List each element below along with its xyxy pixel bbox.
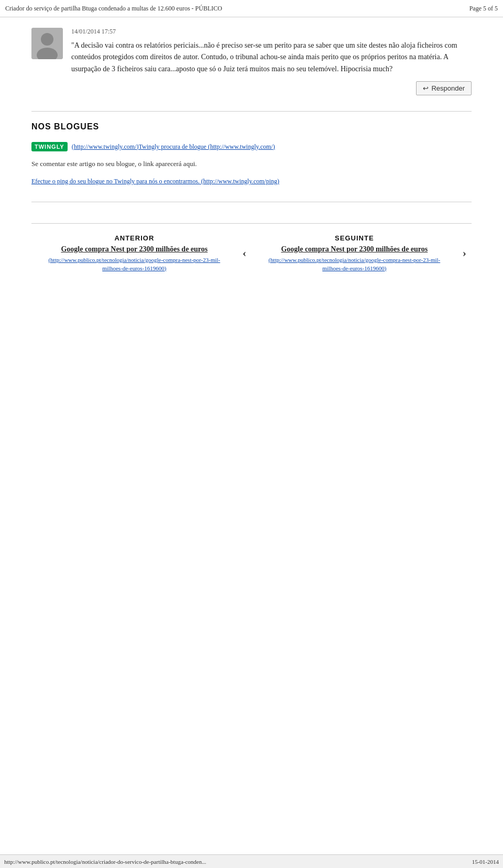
nav-divider: [31, 202, 472, 202]
next-arrow-icon[interactable]: ›: [457, 246, 472, 260]
twingly-logo: TWINGLY: [31, 142, 68, 151]
prev-arrow-icon[interactable]: ‹: [237, 246, 252, 260]
reply-label: Responder: [431, 84, 465, 92]
nav-next: SEGUINTE Google compra Nest por 2300 mil…: [252, 234, 457, 272]
nos-blogues-section: NOS BLOGUES TWINGLY (http://www.twingly.…: [31, 122, 472, 186]
blogues-info: Se comentar este artigo no seu blogue, o…: [31, 159, 472, 169]
nav-prev: ANTERIOR Google compra Nest por 2300 mil…: [31, 234, 237, 272]
nav-prev-title[interactable]: Google compra Nest por 2300 milhões de e…: [47, 245, 222, 254]
main-content: 14/01/2014 17:57 "A decisão vai contra o…: [0, 17, 503, 304]
comment-block: 14/01/2014 17:57 "A decisão vai contra o…: [31, 28, 472, 95]
nav-next-label: SEGUINTE: [267, 234, 442, 242]
section-divider: [31, 111, 472, 112]
svg-point-1: [41, 33, 53, 46]
page-title: Criador do serviço de partilha Btuga con…: [5, 5, 469, 13]
page-info: Page 5 of 5: [469, 5, 498, 13]
nos-blogues-heading: NOS BLOGUES: [31, 122, 472, 131]
avatar: [31, 28, 63, 59]
nav-next-url[interactable]: (http://www.publico.pt/tecnologia/notici…: [268, 257, 440, 271]
comment-text: "A decisão vai contra os relatórios peri…: [71, 40, 472, 75]
reply-button[interactable]: ↩ Responder: [416, 81, 472, 95]
nav-next-title[interactable]: Google compra Nest por 2300 milhões de e…: [267, 245, 442, 254]
top-bar: Criador do serviço de partilha Btuga con…: [0, 0, 503, 17]
comment-date: 14/01/2014 17:57: [71, 28, 472, 36]
nav-prev-label: ANTERIOR: [47, 234, 222, 242]
nav-section: ANTERIOR Google compra Nest por 2300 mil…: [31, 223, 472, 272]
twingly-block: TWINGLY (http://www.twingly.com/)Twingly…: [31, 142, 472, 151]
blogues-ping[interactable]: Efectue o ping do seu blogue no Twingly …: [31, 178, 279, 185]
comment-body: 14/01/2014 17:57 "A decisão vai contra o…: [71, 28, 472, 95]
twingly-link[interactable]: (http://www.twingly.com/)Twingly procura…: [72, 143, 275, 151]
reply-icon: ↩: [423, 84, 429, 92]
nav-prev-url[interactable]: (http://www.publico.pt/tecnologia/notici…: [48, 257, 220, 271]
